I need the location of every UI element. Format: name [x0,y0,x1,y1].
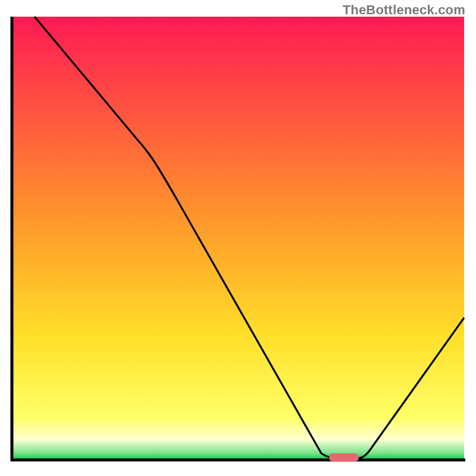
bottleneck-chart [0,0,476,476]
optimal-marker [329,453,359,462]
chart-container: TheBottleneck.com [0,0,476,476]
plot-area [12,17,464,459]
watermark-text: TheBottleneck.com [343,2,465,18]
